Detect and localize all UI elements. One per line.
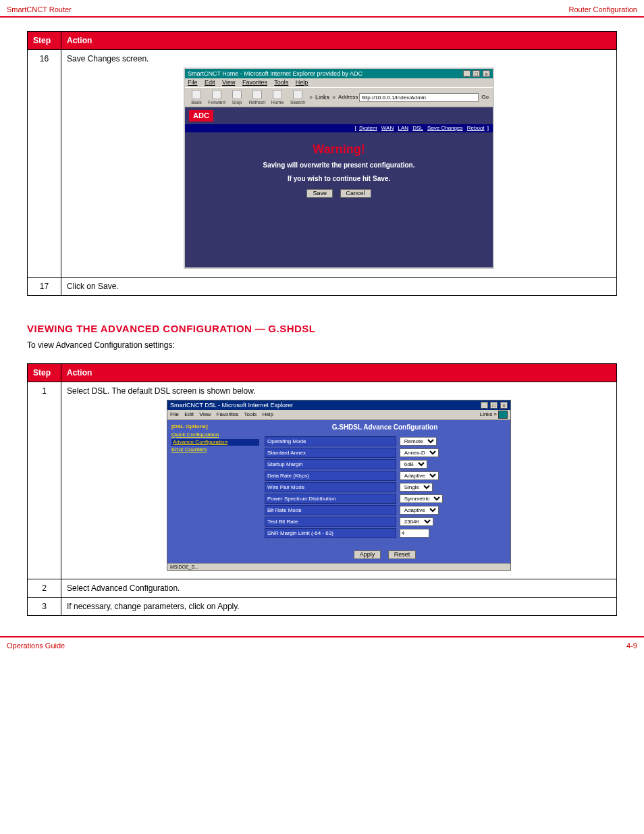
- save-button[interactable]: Save: [306, 189, 333, 198]
- ie-warning-window: SmartCNCT Home - Microsoft Internet Expl…: [184, 68, 494, 269]
- col-header-action: Action: [61, 32, 617, 50]
- cfg-label-data-rate: Data Rate (Kbps): [265, 471, 396, 481]
- nav-reboot[interactable]: Reboot: [467, 125, 485, 131]
- sidebar-heading: [DSL Options]: [171, 424, 259, 429]
- cfg-label-power-spectrum: Power Spectrum Distribution: [265, 494, 396, 504]
- col-header-step: Step: [28, 364, 61, 382]
- window-titlebar: SmartCNCT DSL - Microsoft Internet Explo…: [167, 400, 510, 410]
- nav-strip: [ System WAN LAN DSL Save Changes Reboot…: [185, 124, 493, 132]
- refresh-icon: [252, 90, 262, 99]
- window-controls[interactable]: _ □ x: [462, 70, 490, 77]
- step-action: If necessary, change parameters, click o…: [61, 598, 617, 616]
- step-number: 3: [28, 598, 61, 616]
- window-title: SmartCNCT DSL - Microsoft Internet Explo…: [170, 402, 293, 409]
- adc-logo: ADC: [189, 110, 213, 122]
- footer-left: Operations Guide: [7, 642, 65, 650]
- col-header-step: Step: [28, 32, 61, 50]
- chevron-right-icon[interactable]: »: [332, 95, 336, 101]
- menu-edit[interactable]: Edit: [205, 79, 215, 86]
- col-header-action: Action: [61, 364, 617, 382]
- back-button[interactable]: Back: [188, 90, 205, 105]
- maximize-icon[interactable]: □: [490, 402, 498, 409]
- table-row: 1 Select DSL. The default DSL screen is …: [28, 382, 617, 579]
- menu-file[interactable]: File: [188, 79, 198, 86]
- ie-menu-bar: File Edit View Favorites Tools Help Link…: [167, 410, 510, 420]
- sidebar-error-counters[interactable]: Error Counters: [171, 447, 259, 452]
- forward-icon: [212, 90, 221, 99]
- menu-help[interactable]: Help: [263, 411, 273, 417]
- menu-view[interactable]: View: [222, 79, 235, 86]
- step-action: Select Advanced Configuration.: [61, 579, 617, 598]
- menu-tools[interactable]: Tools: [244, 411, 257, 417]
- chevron-right-icon[interactable]: »: [309, 95, 313, 101]
- menu-tools[interactable]: Tools: [274, 79, 288, 86]
- step-caption: Select DSL. The default DSL screen is sh…: [67, 386, 611, 396]
- go-button[interactable]: Go: [480, 95, 490, 100]
- menu-favorites[interactable]: Favorites: [217, 411, 239, 417]
- menu-edit[interactable]: Edit: [184, 411, 194, 417]
- warning-panel: Warning! Saving will overwrite the prese…: [185, 132, 493, 267]
- standard-annex-select[interactable]: Annex-D: [400, 448, 439, 457]
- test-bit-rate-select[interactable]: 2304K: [400, 517, 433, 526]
- status-bar: MSIDOE_S...: [167, 563, 510, 570]
- window-title: SmartCNCT Home - Microsoft Internet Expl…: [188, 71, 363, 77]
- address-input[interactable]: [359, 93, 479, 102]
- menu-favorites[interactable]: Favorites: [242, 79, 267, 86]
- reset-button[interactable]: Reset: [388, 550, 417, 559]
- maximize-icon[interactable]: □: [473, 70, 480, 77]
- close-icon[interactable]: x: [500, 402, 508, 409]
- menu-view[interactable]: View: [199, 411, 211, 417]
- cancel-button[interactable]: Cancel: [340, 189, 371, 198]
- power-spectrum-select[interactable]: Symmetric: [400, 494, 443, 503]
- nav-wan[interactable]: WAN: [381, 125, 394, 131]
- bit-rate-mode-select[interactable]: Adaptive: [400, 506, 439, 515]
- sidebar-advance-config[interactable]: Advance Configuration: [171, 439, 259, 446]
- header-right: Router Configuration: [568, 5, 637, 14]
- nav-dsl[interactable]: DSL: [412, 125, 423, 131]
- stop-button[interactable]: Stop: [228, 90, 246, 105]
- cfg-label-test-bit-rate: Test Bit Rate: [265, 517, 396, 527]
- nav-save-changes[interactable]: Save Changes: [427, 125, 462, 131]
- startup-margin-select[interactable]: 6dB: [400, 460, 427, 469]
- step-number: 2: [28, 579, 61, 598]
- search-button[interactable]: Search: [289, 90, 306, 105]
- snr-margin-input[interactable]: [400, 529, 429, 538]
- table-row: 3 If necessary, change parameters, click…: [28, 598, 617, 616]
- nav-system[interactable]: System: [359, 125, 377, 131]
- minimize-icon[interactable]: _: [481, 402, 488, 409]
- data-rate-select[interactable]: Adaptive: [400, 471, 439, 480]
- operating-mode-select[interactable]: Remote: [400, 437, 437, 446]
- apply-button[interactable]: Apply: [354, 550, 381, 559]
- minimize-icon[interactable]: _: [463, 70, 471, 77]
- stop-icon: [232, 90, 242, 99]
- home-button[interactable]: Home: [269, 90, 286, 105]
- nav-lan[interactable]: LAN: [398, 125, 408, 131]
- close-icon[interactable]: x: [483, 70, 490, 77]
- step-number: 1: [28, 382, 61, 579]
- cfg-label-snr-margin: SNR Margin Limit (-64 - 63): [265, 528, 396, 538]
- step-action: Click on Save.: [61, 278, 617, 296]
- links-label[interactable]: Links: [480, 412, 493, 417]
- sidebar-quick-config[interactable]: Quick Configuration: [171, 432, 259, 438]
- cfg-label-wire-pair: Wire Pair Mode: [265, 482, 396, 492]
- section-heading: VIEWING THE ADVANCED CONFIGURATION — G.S…: [27, 323, 617, 335]
- section-heading-suffix: G.SHDSL: [268, 323, 315, 334]
- back-icon: [192, 90, 201, 99]
- cfg-label-startup-margin: Startup Margin: [265, 459, 396, 469]
- warning-line2: If you wish to continue hit Save.: [192, 176, 486, 182]
- wire-pair-select[interactable]: Single: [400, 483, 433, 492]
- table-row: 16 Save Changes screen. SmartCNCT Home -…: [28, 50, 617, 278]
- window-controls[interactable]: _ □ x: [480, 402, 508, 409]
- table-row: 17 Click on Save.: [28, 278, 617, 296]
- warning-title: Warning!: [192, 143, 486, 155]
- table-row: 2 Select Advanced Configuration.: [28, 579, 617, 598]
- refresh-button[interactable]: Refresh: [248, 90, 266, 105]
- links-label: Links: [315, 95, 329, 101]
- forward-button[interactable]: Forward: [208, 90, 225, 105]
- header-left: SmartCNCT Router: [7, 5, 72, 14]
- ie-logo-icon: [498, 411, 508, 419]
- menu-help[interactable]: Help: [296, 79, 308, 86]
- ie-menu-bar[interactable]: File Edit View Favorites Tools Help: [185, 78, 493, 87]
- window-titlebar: SmartCNCT Home - Microsoft Internet Expl…: [185, 69, 493, 78]
- menu-file[interactable]: File: [170, 411, 179, 417]
